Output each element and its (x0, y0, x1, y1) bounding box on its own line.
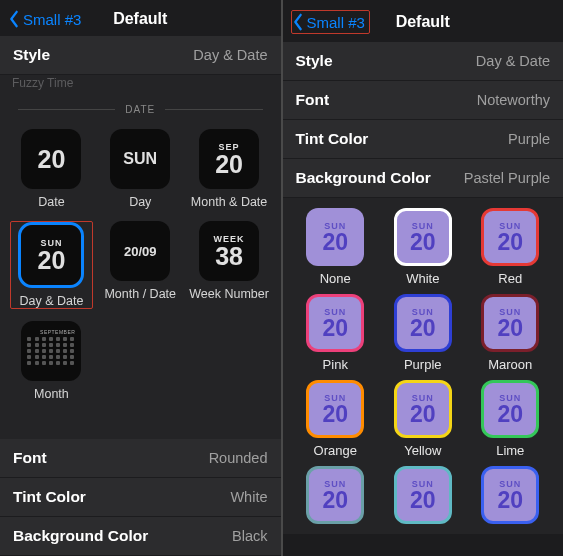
thumb-big: 20 (38, 147, 66, 172)
back-label: Small #3 (307, 14, 365, 31)
row-bg-value: Pastel Purple (464, 170, 550, 186)
row-tint-label: Tint Color (13, 488, 86, 506)
navbar: Small #3 Default (0, 0, 281, 36)
color-label: Yellow (404, 443, 441, 458)
color-label: Orange (314, 443, 357, 458)
color-option-none[interactable]: SUN20None (297, 208, 375, 286)
style-option-day-date-selected[interactable]: SUN 20 Day & Date (10, 221, 93, 309)
tile-top-text: SUN (324, 479, 346, 489)
style-caption: Week Number (189, 287, 269, 301)
color-tile: SUN20 (481, 294, 539, 352)
row-tint-color[interactable]: Tint Color Purple (283, 120, 564, 158)
color-tile: SUN20 (481, 208, 539, 266)
thumb-big: 20 (38, 248, 66, 273)
nav-title: Default (113, 10, 167, 28)
color-tile: SUN20 (481, 380, 539, 438)
panel-right-colors: Small #3 Default Style Day & Date Font N… (283, 0, 564, 556)
color-label: Red (498, 271, 522, 286)
nav-title: Default (396, 13, 450, 31)
color-tile: SUN20 (306, 466, 364, 524)
style-grid: 20 Date SUN Day SEP 20 Month & Date (0, 123, 281, 413)
color-option-row-11[interactable]: SUN20 (472, 466, 550, 524)
thumb-big: 20 (215, 152, 243, 177)
color-option-orange[interactable]: SUN20Orange (297, 380, 375, 458)
color-label: White (406, 271, 439, 286)
tile-big-text: 20 (497, 231, 523, 254)
row-tint-value: White (230, 489, 267, 505)
color-label: None (320, 271, 351, 286)
panel-left-style: Small #3 Default Style Day & Date Fuzzy … (0, 0, 281, 556)
back-label: Small #3 (23, 11, 81, 28)
row-style[interactable]: Style Day & Date (283, 42, 564, 80)
color-label: Lime (496, 443, 524, 458)
style-thumb: 20/09 (110, 221, 170, 281)
style-option-month-slash-date[interactable]: 20/09 Month / Date (99, 221, 182, 309)
color-tile: SUN20 (394, 208, 452, 266)
tile-top-text: SUN (499, 393, 521, 403)
row-bg-label: Background Color (296, 169, 431, 187)
thumb-mid: 20/09 (124, 244, 157, 259)
selection-ring: SUN 20 (18, 222, 84, 288)
color-option-lime[interactable]: SUN20Lime (472, 380, 550, 458)
color-tile: SUN20 (481, 466, 539, 524)
tile-big-text: 20 (410, 317, 436, 340)
tile-top-text: SUN (324, 393, 346, 403)
row-style-label: Style (296, 52, 333, 70)
row-background-color[interactable]: Background Color Pastel Purple (283, 159, 564, 197)
color-tile: SUN20 (394, 294, 452, 352)
style-option-date[interactable]: 20 Date (10, 129, 93, 209)
color-option-row-9[interactable]: SUN20 (297, 466, 375, 524)
row-style-value: Day & Date (476, 53, 550, 69)
color-label: Maroon (488, 357, 532, 372)
color-option-purple[interactable]: SUN20Purple (384, 294, 462, 372)
back-button-highlighted[interactable]: Small #3 (291, 10, 370, 34)
style-thumb-calendar: SEPTEMBER (21, 321, 81, 381)
calendar-month-label: SEPTEMBER (40, 329, 75, 335)
back-button[interactable]: Small #3 (8, 10, 81, 28)
row-bg-label: Background Color (13, 527, 148, 545)
calendar-grid-icon (27, 337, 75, 365)
row-style[interactable]: Style Day & Date (0, 36, 281, 74)
style-thumb: 20 (21, 129, 81, 189)
tile-top-text: SUN (412, 221, 434, 231)
color-option-white[interactable]: SUN20White (384, 208, 462, 286)
style-caption: Month & Date (191, 195, 267, 209)
row-font-label: Font (296, 91, 330, 109)
row-background-color[interactable]: Background Color Black (0, 517, 281, 555)
style-option-day[interactable]: SUN Day (99, 129, 182, 209)
style-caption: Month (34, 387, 69, 401)
style-option-month[interactable]: SEPTEMBER Month (10, 321, 93, 401)
style-option-week-number[interactable]: WEEK 38 Week Number (188, 221, 271, 309)
tile-big-text: 20 (322, 231, 348, 254)
style-caption: Date (38, 195, 64, 209)
thumb-big: SUN (123, 150, 157, 168)
tile-big-text: 20 (497, 317, 523, 340)
row-bg-value: Black (232, 528, 267, 544)
tile-top-text: SUN (499, 307, 521, 317)
row-tint-value: Purple (508, 131, 550, 147)
row-style-label: Style (13, 46, 50, 64)
style-scroll-area: Fuzzy Time DATE 20 Date SUN Day SEP (0, 75, 281, 439)
thumb-big: 38 (215, 244, 243, 269)
chevron-left-icon (8, 10, 20, 28)
color-option-pink[interactable]: SUN20Pink (297, 294, 375, 372)
tile-big-text: 20 (410, 403, 436, 426)
style-option-month-date[interactable]: SEP 20 Month & Date (188, 129, 271, 209)
settings-list: Font Rounded Tint Color White Background… (0, 439, 281, 556)
color-option-row-10[interactable]: SUN20 (384, 466, 462, 524)
row-tint-color[interactable]: Tint Color White (0, 478, 281, 516)
color-option-maroon[interactable]: SUN20Maroon (472, 294, 550, 372)
color-label: Pink (323, 357, 348, 372)
style-caption: Month / Date (104, 287, 176, 301)
row-font[interactable]: Font Noteworthy (283, 81, 564, 119)
row-font-value: Noteworthy (477, 92, 550, 108)
style-caption: Day & Date (19, 294, 83, 308)
color-option-red[interactable]: SUN20Red (472, 208, 550, 286)
color-tile: SUN20 (306, 208, 364, 266)
color-option-yellow[interactable]: SUN20Yellow (384, 380, 462, 458)
color-tile: SUN20 (394, 466, 452, 524)
row-font-label: Font (13, 449, 47, 467)
row-font[interactable]: Font Rounded (0, 439, 281, 477)
tile-top-text: SUN (412, 393, 434, 403)
tile-big-text: 20 (322, 489, 348, 512)
